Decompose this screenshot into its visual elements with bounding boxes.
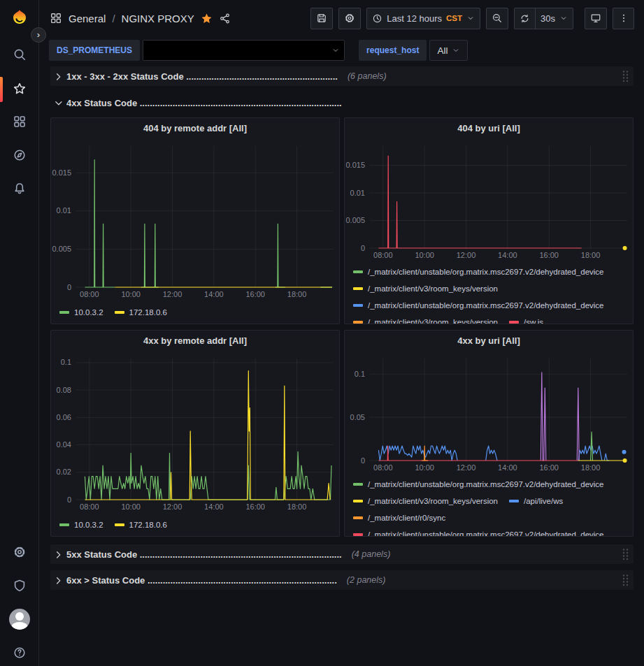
refresh-button[interactable] xyxy=(514,8,536,29)
dashboard-settings-button[interactable] xyxy=(338,8,361,29)
grafana-logo[interactable] xyxy=(9,8,30,29)
expand-sidebar-button[interactable]: › xyxy=(31,27,46,43)
row-drag-handle[interactable] xyxy=(622,574,629,586)
legend-label: /_matrix/client/unstable/org.matrix.msc2… xyxy=(368,301,604,310)
legend-label: /_matrix/client/r0/sync xyxy=(368,514,445,522)
legend-row: /_matrix/client/r0/sync xyxy=(353,512,633,523)
legend-item[interactable]: /_matrix/client/unstable/org.matrix.msc2… xyxy=(353,301,604,310)
legend-swatch xyxy=(59,311,69,314)
panel-legend: /_matrix/client/unstable/org.matrix.msc2… xyxy=(345,261,633,324)
zoom-out-time-button[interactable] xyxy=(486,8,508,29)
sidebar-item-search[interactable] xyxy=(6,41,34,68)
svg-text:0.06: 0.06 xyxy=(57,413,71,421)
svg-text:0.01: 0.01 xyxy=(57,206,71,215)
legend-item[interactable]: /api/live/ws xyxy=(509,497,563,505)
save-dashboard-button[interactable] xyxy=(310,8,333,29)
legend-label: 10.0.3.2 xyxy=(74,308,103,317)
legend-row: /_matrix/client/unstable/org.matrix.msc2… xyxy=(353,479,633,490)
breadcrumb-folder[interactable]: General xyxy=(69,13,106,24)
breadcrumb-dashboard-title[interactable]: NGINX PROXY xyxy=(122,13,194,24)
chevron-down-icon xyxy=(53,98,64,108)
svg-text:10:00: 10:00 xyxy=(415,251,434,259)
svg-text:18:00: 18:00 xyxy=(287,502,307,511)
time-range-picker[interactable]: Last 12 hours CST xyxy=(366,8,480,29)
dashboard-row-6xx[interactable]: 6xx > Status Code ......................… xyxy=(50,570,634,590)
panel-legend: /_matrix/client/unstable/org.matrix.msc2… xyxy=(345,473,633,537)
row-panel-count: (6 panels) xyxy=(348,71,387,81)
grafana-dashboard: › xyxy=(0,0,644,666)
legend-item[interactable]: /sw.js xyxy=(509,318,543,324)
svg-text:0: 0 xyxy=(67,283,71,291)
legend-item[interactable]: 172.18.0.6 xyxy=(115,521,167,529)
legend-item[interactable]: /_matrix/client/r0/sync xyxy=(353,514,445,522)
legend-item[interactable]: /_matrix/client/unstable/org.matrix.msc2… xyxy=(353,480,604,488)
row-drag-handle[interactable] xyxy=(622,70,629,82)
panel-title[interactable]: 4xx by uri [All] xyxy=(345,331,633,350)
dashboard-row-4xx[interactable]: 4xx Status Code ........................… xyxy=(50,93,634,113)
save-icon xyxy=(316,13,327,24)
legend-item[interactable]: 172.18.0.6 xyxy=(115,308,167,317)
svg-text:0.1: 0.1 xyxy=(355,370,365,378)
cycle-view-mode-button[interactable] xyxy=(585,8,607,29)
svg-text:0.02: 0.02 xyxy=(57,468,71,476)
svg-text:0.005: 0.005 xyxy=(345,216,365,224)
sidebar-item-dashboards[interactable] xyxy=(6,108,34,136)
row-panel-count: (2 panels) xyxy=(347,575,386,585)
legend-swatch xyxy=(115,311,124,314)
dashboard-row-1xx-3xx-2xx[interactable]: 1xx - 3xx - 2xx Status Code ............… xyxy=(50,66,634,86)
refresh-interval-picker[interactable]: 30s xyxy=(536,8,573,29)
legend-item[interactable]: 10.0.3.2 xyxy=(59,521,103,529)
row-drag-handle[interactable] xyxy=(622,548,629,560)
favorite-star-icon[interactable] xyxy=(201,13,213,24)
legend-item[interactable]: /_matrix/client/v3/room_keys/version xyxy=(353,284,498,293)
svg-text:0: 0 xyxy=(361,456,365,465)
panel-4xx-by-uri: 4xx by uri [All] 00.050.108:0010:0012:00… xyxy=(344,330,634,537)
panel-legend: 10.0.3.2172.18.0.6 xyxy=(51,300,339,324)
more-options-button[interactable] xyxy=(613,8,634,29)
legend-item[interactable]: /_matrix/client/v3/room_keys/version xyxy=(353,318,498,324)
time-series-chart[interactable]: 00.0050.010.01508:0010:0012:0014:0016:00… xyxy=(345,138,633,261)
sidebar-item-profile[interactable] xyxy=(6,605,34,633)
sidebar-item-explore[interactable] xyxy=(6,141,34,169)
gear-icon xyxy=(13,545,27,559)
panel-title[interactable]: 404 by uri [All] xyxy=(345,118,633,138)
sidebar-item-configuration[interactable] xyxy=(6,538,34,566)
time-series-chart[interactable]: 00.0050.010.01508:0010:0012:0014:0016:00… xyxy=(51,138,339,300)
variables-submenu: DS_PROMETHEUS request_host All xyxy=(40,36,644,64)
variable-value-datasource-redacted[interactable] xyxy=(143,40,345,61)
panel-title[interactable]: 4xx by remote addr [All] xyxy=(51,331,339,350)
svg-text:08:00: 08:00 xyxy=(373,463,393,472)
legend-swatch xyxy=(353,533,363,536)
svg-text:10:00: 10:00 xyxy=(415,463,434,472)
sidebar-item-starred[interactable] xyxy=(6,75,34,103)
svg-text:0: 0 xyxy=(67,495,71,504)
variable-label-request-host[interactable]: request_host xyxy=(359,40,427,61)
time-series-chart[interactable]: 00.050.108:0010:0012:0014:0016:0018:00 xyxy=(345,350,633,473)
variable-label-datasource[interactable]: DS_PROMETHEUS xyxy=(49,40,140,61)
breadcrumb: General / NGINX PROXY xyxy=(50,12,231,24)
refresh-icon xyxy=(520,13,530,24)
legend-item[interactable]: /_matrix/client/unstable/org.matrix.msc2… xyxy=(353,530,604,537)
legend-swatch xyxy=(353,516,363,519)
legend-item[interactable]: /_matrix/client/v3/room_keys/version xyxy=(353,497,498,505)
legend-label: /sw.js xyxy=(524,318,543,324)
legend-row: /_matrix/client/v3/room_keys/version xyxy=(353,283,633,294)
svg-text:18:00: 18:00 xyxy=(581,251,601,259)
sidebar-item-help[interactable] xyxy=(6,639,34,666)
variable-value-request-host[interactable]: All xyxy=(429,40,468,61)
clock-icon xyxy=(372,13,382,24)
sidebar-item-alerting[interactable] xyxy=(6,175,34,203)
time-series-chart[interactable]: 00.020.040.060.080.108:0010:0012:0014:00… xyxy=(51,350,339,512)
svg-text:16:00: 16:00 xyxy=(539,463,559,472)
legend-label: /_matrix/client/v3/room_keys/version xyxy=(368,497,498,505)
panel-title[interactable]: 404 by remote addr [All] xyxy=(51,118,339,138)
chevron-down-icon xyxy=(452,46,460,55)
legend-item[interactable]: /_matrix/client/unstable/org.matrix.msc2… xyxy=(353,268,604,276)
dashboard-row-5xx[interactable]: 5xx Status Code ........................… xyxy=(50,544,634,564)
share-icon[interactable] xyxy=(219,13,231,24)
drag-dots-icon xyxy=(622,70,629,82)
sidebar-item-server-admin[interactable] xyxy=(6,572,34,600)
legend-item[interactable]: 10.0.3.2 xyxy=(59,308,103,317)
legend-row: /_matrix/client/v3/room_keys/version/api… xyxy=(353,495,633,507)
legend-swatch xyxy=(353,321,363,324)
